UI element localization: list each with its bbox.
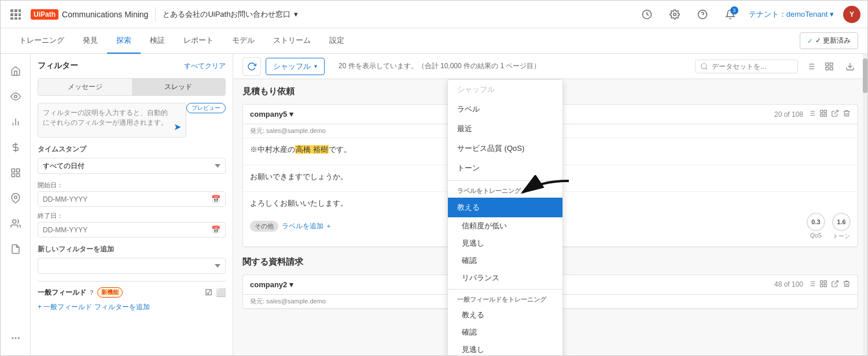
nav-item-model[interactable]: モデル bbox=[223, 28, 264, 54]
group1-grid-icon[interactable] bbox=[819, 109, 827, 119]
nav-item-training[interactable]: トレーニング bbox=[10, 28, 73, 54]
nav-item-settings[interactable]: 設定 bbox=[320, 28, 354, 54]
group2-name[interactable]: company2 ▾ bbox=[250, 280, 293, 289]
svg-rect-46 bbox=[821, 110, 823, 113]
add-filter-label: 新しいフィルターを追加 bbox=[38, 244, 226, 254]
dropdown-item-confirm[interactable]: 確認 bbox=[448, 252, 562, 269]
sidebar-more-icon[interactable] bbox=[5, 328, 26, 348]
dropdown-divider-1 bbox=[448, 180, 562, 181]
general-fields-help-icon[interactable]: ? bbox=[90, 289, 94, 296]
svg-rect-19 bbox=[16, 169, 19, 172]
nav-item-discover[interactable]: 発見 bbox=[73, 28, 107, 54]
dropdown-general-missed[interactable]: 見逃し bbox=[448, 341, 562, 355]
date-range-select[interactable]: すべての日付 bbox=[38, 158, 226, 174]
nav-item-stream[interactable]: ストリーム bbox=[264, 28, 320, 54]
svg-line-50 bbox=[834, 110, 838, 114]
svg-point-10 bbox=[674, 13, 676, 16]
sidebar-dollar-icon[interactable] bbox=[5, 137, 26, 158]
tag-other[interactable]: その他 bbox=[250, 221, 278, 232]
svg-rect-60 bbox=[824, 284, 826, 287]
update-button[interactable]: ✓ ✓ 更新済み bbox=[800, 32, 858, 49]
general-fields-display-icon[interactable]: ⬜ bbox=[216, 288, 226, 297]
group2-delete-icon[interactable] bbox=[843, 280, 851, 290]
group1-name[interactable]: company5 ▾ bbox=[250, 110, 293, 118]
dropdown-item-teach[interactable]: 教える bbox=[448, 198, 562, 217]
add-general-field-link[interactable]: + 一般フィールド フィルターを追加 bbox=[38, 303, 150, 311]
send-icon[interactable]: ➤ bbox=[174, 121, 181, 132]
nav-item-explore[interactable]: 探索 bbox=[107, 28, 141, 54]
add-filter-select[interactable] bbox=[38, 258, 226, 274]
dropdown-item-low-confidence[interactable]: 信頼度が低い bbox=[448, 217, 562, 235]
add-label-button[interactable]: ラベルを追加 ＋ bbox=[282, 221, 332, 231]
shuffle-caret-icon: ▾ bbox=[314, 63, 317, 69]
preview-badge: プレビュー bbox=[186, 103, 226, 113]
svg-point-24 bbox=[15, 338, 16, 339]
sidebar-grid-icon[interactable] bbox=[5, 162, 26, 183]
dropdown-general-confirm[interactable]: 確認 bbox=[448, 324, 562, 341]
svg-point-27 bbox=[701, 63, 707, 68]
nav-item-report[interactable]: レポート bbox=[174, 28, 223, 54]
scrollbar-thumb[interactable] bbox=[863, 58, 867, 93]
group2-caret-icon: ▾ bbox=[289, 280, 293, 289]
shuffle-button[interactable]: シャッフル ▾ bbox=[266, 58, 325, 75]
sidebar-doc-icon[interactable] bbox=[5, 239, 26, 259]
grid-view-icon[interactable] bbox=[821, 58, 837, 75]
svg-rect-8 bbox=[19, 17, 21, 20]
general-fields-checkbox-icon[interactable]: ☑ bbox=[205, 288, 212, 297]
tenant-dropdown-icon: ▾ bbox=[830, 10, 834, 18]
dropdown-item-missed[interactable]: 見逃し bbox=[448, 235, 562, 252]
svg-rect-57 bbox=[821, 280, 823, 283]
search-wrap bbox=[695, 60, 798, 73]
logo-text: UiPath bbox=[31, 9, 58, 20]
svg-rect-47 bbox=[824, 110, 826, 113]
tenant-info: テナント：demoTenant ▾ bbox=[749, 9, 834, 20]
refresh-button[interactable] bbox=[242, 57, 261, 76]
sidebar-people-icon[interactable] bbox=[5, 213, 26, 234]
scrollbar-track[interactable] bbox=[863, 54, 867, 355]
highlighted-text: 高橋 裕樹 bbox=[295, 145, 329, 154]
end-date-input[interactable] bbox=[38, 223, 207, 237]
group2-grid-icon[interactable] bbox=[819, 280, 827, 290]
tab-message[interactable]: メッセージ bbox=[38, 79, 132, 95]
group1-external-icon[interactable] bbox=[831, 109, 839, 119]
svg-rect-3 bbox=[10, 13, 13, 16]
svg-point-22 bbox=[14, 196, 17, 199]
user-avatar[interactable]: Y bbox=[843, 6, 860, 23]
sidebar-home-icon[interactable] bbox=[5, 61, 26, 81]
svg-rect-0 bbox=[10, 9, 13, 12]
dropdown-item-tone[interactable]: トーン bbox=[448, 158, 562, 178]
group2-external-icon[interactable] bbox=[831, 280, 839, 290]
tenant-selector[interactable]: とある会社のUiPathお問い合わせ窓口 ▾ bbox=[163, 9, 298, 20]
start-date-input[interactable] bbox=[38, 192, 207, 206]
start-date-calendar-icon[interactable]: 📅 bbox=[207, 192, 225, 206]
notification-icon-btn[interactable]: 3 bbox=[721, 5, 740, 24]
dropdown-item-qos[interactable]: サービス品質 (QoS) bbox=[448, 139, 562, 158]
list-view-icon[interactable] bbox=[803, 58, 819, 75]
group1-delete-icon[interactable] bbox=[843, 109, 851, 119]
search-input[interactable] bbox=[712, 62, 793, 71]
end-date-label: 終了日： bbox=[38, 212, 226, 220]
clear-all-button[interactable]: すべてクリア bbox=[184, 61, 226, 71]
help-icon-btn[interactable] bbox=[693, 5, 712, 24]
group1-list-icon[interactable] bbox=[808, 109, 816, 119]
dropdown-item-label[interactable]: ラベル bbox=[448, 99, 562, 119]
sidebar-location-icon[interactable] bbox=[5, 188, 26, 209]
divider bbox=[155, 8, 156, 21]
filter-description[interactable]: フィルターの説明を入力すると、自動的にそれらのフィルターが適用されます。 bbox=[43, 108, 170, 128]
sidebar-chart-icon[interactable] bbox=[5, 112, 26, 132]
end-date-calendar-icon[interactable]: 📅 bbox=[207, 222, 225, 237]
clock-icon-btn[interactable] bbox=[638, 5, 656, 24]
dropdown-item-rebalance[interactable]: リバランス bbox=[448, 269, 562, 287]
dropdown-general-teach[interactable]: 教える bbox=[448, 306, 562, 324]
shuffle-dropdown: シャッフル ラベル 最近 サービス品質 (QoS) トーン ラベルをトレーニング… bbox=[447, 79, 563, 355]
download-button[interactable] bbox=[842, 58, 858, 75]
settings-icon-btn[interactable] bbox=[665, 5, 684, 24]
group1-count: 20 of 108 bbox=[774, 110, 803, 118]
sidebar-eye-icon[interactable] bbox=[5, 86, 26, 107]
dropdown-item-recent[interactable]: 最近 bbox=[448, 119, 562, 139]
group2-list-icon[interactable] bbox=[808, 280, 816, 290]
tab-thread[interactable]: スレッド bbox=[132, 79, 226, 95]
svg-rect-2 bbox=[19, 9, 21, 12]
app-grid-icon[interactable] bbox=[8, 6, 24, 23]
nav-item-validate[interactable]: 検証 bbox=[141, 28, 174, 54]
